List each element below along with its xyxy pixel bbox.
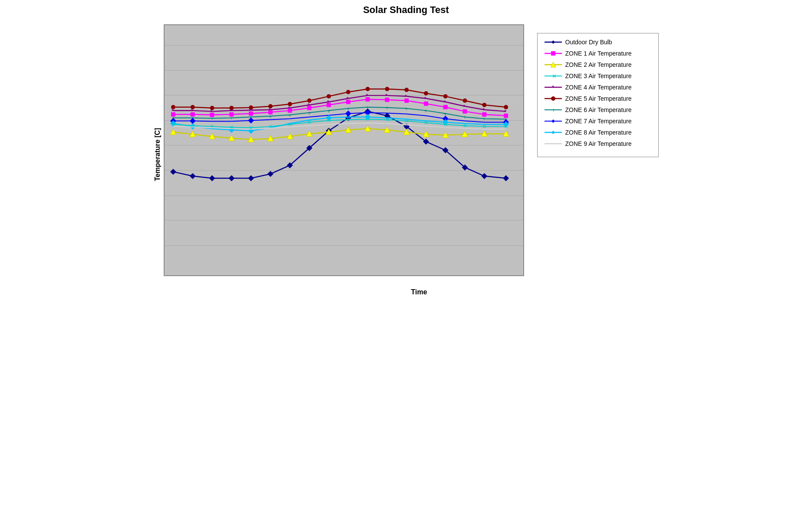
legend-item-zone8: ZONE 8 Air Temperature xyxy=(545,129,651,136)
zone9-line xyxy=(173,123,505,129)
svg-text:✕: ✕ xyxy=(424,119,429,126)
svg-text:*: * xyxy=(482,107,485,113)
svg-text:✕: ✕ xyxy=(190,122,195,129)
svg-text:✕: ✕ xyxy=(249,125,254,131)
svg-text:+: + xyxy=(366,104,369,111)
svg-text:*: * xyxy=(463,104,465,110)
legend-item-zone4: * ZONE 4 Air Temperature xyxy=(545,84,651,91)
chart-legend: Outdoor Dry Bulb ZONE 1 Air Temperature … xyxy=(537,33,659,157)
svg-rect-65 xyxy=(385,98,389,102)
svg-text:+: + xyxy=(424,108,428,114)
svg-text:✕: ✕ xyxy=(327,117,331,124)
svg-marker-4 xyxy=(248,175,254,181)
svg-point-27 xyxy=(346,90,350,94)
legend-item-outdoor: Outdoor Dry Bulb xyxy=(545,39,651,46)
x-axis-label: Time xyxy=(26,288,812,296)
svg-rect-63 xyxy=(346,100,350,104)
legend-item-zone5: ZONE 5 Air Temperature xyxy=(545,95,651,102)
svg-point-34 xyxy=(482,103,486,107)
svg-marker-1 xyxy=(189,173,195,179)
svg-marker-156 xyxy=(551,119,555,123)
chart-svg: * * * * * * * * * * * * * * * * * * xyxy=(165,25,523,275)
chart-area: * * * * * * * * * * * * * * * * * * xyxy=(164,24,524,276)
svg-text:✕: ✕ xyxy=(307,119,312,125)
svg-marker-17 xyxy=(503,175,509,181)
svg-text:+: + xyxy=(385,105,389,111)
svg-text:✕: ✕ xyxy=(171,121,175,128)
svg-text:+: + xyxy=(463,114,466,121)
svg-text:+: + xyxy=(288,112,291,119)
svg-text:✕: ✕ xyxy=(552,73,557,79)
zone5-line xyxy=(173,89,505,108)
svg-text:+: + xyxy=(405,105,408,112)
legend-item-zone7: ZONE 7 Air Temperature xyxy=(545,118,651,125)
svg-text:✕: ✕ xyxy=(404,118,409,124)
legend-item-zone2: ZONE 2 Air Temperature xyxy=(545,61,651,68)
svg-text:✕: ✕ xyxy=(346,116,350,123)
svg-point-152 xyxy=(551,96,555,101)
chart-title: Solar Shading Test xyxy=(0,0,812,24)
svg-rect-64 xyxy=(365,97,370,102)
svg-rect-68 xyxy=(443,105,447,109)
svg-rect-67 xyxy=(424,102,428,106)
svg-marker-3 xyxy=(228,175,234,181)
legend-item-zone1: ZONE 1 Air Temperature xyxy=(545,50,651,57)
svg-text:+: + xyxy=(552,107,555,113)
y-axis-label: Temperature [C] xyxy=(154,29,162,280)
svg-rect-66 xyxy=(404,99,409,103)
legend-item-zone3: ✕ ZONE 3 Air Temperature xyxy=(545,73,651,79)
svg-text:+: + xyxy=(230,115,233,121)
svg-marker-158 xyxy=(551,131,555,134)
svg-marker-142 xyxy=(551,40,555,44)
svg-point-29 xyxy=(385,87,389,91)
svg-marker-2 xyxy=(209,175,215,181)
svg-point-31 xyxy=(424,91,428,96)
svg-text:✕: ✕ xyxy=(268,123,273,130)
svg-text:✕: ✕ xyxy=(210,123,215,130)
svg-point-26 xyxy=(327,94,331,99)
svg-text:✕: ✕ xyxy=(365,116,370,122)
svg-text:+: + xyxy=(482,115,486,122)
svg-text:✕: ✕ xyxy=(385,116,389,123)
svg-text:+: + xyxy=(210,115,214,122)
svg-text:✕: ✕ xyxy=(229,124,234,131)
svg-text:+: + xyxy=(307,110,311,116)
svg-point-33 xyxy=(462,99,467,103)
svg-point-30 xyxy=(404,88,409,92)
svg-rect-69 xyxy=(462,109,467,114)
zone2-line xyxy=(173,129,505,139)
svg-text:+: + xyxy=(268,113,272,120)
svg-marker-5 xyxy=(267,171,273,177)
svg-marker-16 xyxy=(481,173,487,179)
svg-marker-0 xyxy=(170,169,176,175)
svg-point-32 xyxy=(443,94,447,99)
svg-point-28 xyxy=(365,87,370,91)
svg-rect-62 xyxy=(327,103,331,107)
svg-text:*: * xyxy=(424,96,426,102)
legend-item-zone9: ZONE 9 Air Temperature xyxy=(545,140,651,147)
svg-text:*: * xyxy=(443,99,446,105)
svg-rect-144 xyxy=(551,51,555,56)
svg-text:+: + xyxy=(327,108,330,114)
legend-item-zone6: + ZONE 6 Air Temperature xyxy=(545,106,651,113)
